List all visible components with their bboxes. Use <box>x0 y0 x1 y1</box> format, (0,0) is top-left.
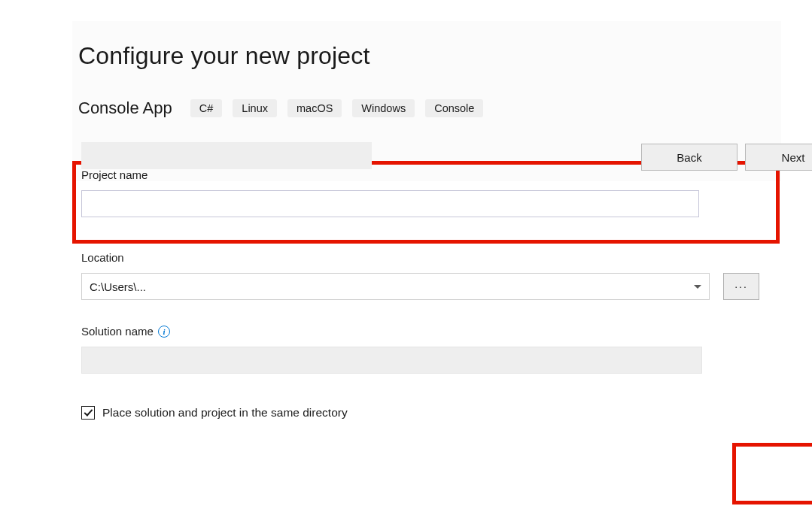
info-icon[interactable]: i <box>158 326 170 338</box>
configure-project-dialog: Configure your new project Console App C… <box>72 21 781 181</box>
chevron-down-icon <box>694 285 701 289</box>
back-button[interactable]: Back <box>641 144 737 171</box>
same-directory-label: Place solution and project in the same d… <box>102 406 348 420</box>
location-label: Location <box>81 251 771 264</box>
next-button[interactable]: Next <box>745 144 812 171</box>
project-name-field-group: Project name <box>81 168 771 217</box>
location-dropdown[interactable]: C:\Users\... <box>81 273 710 300</box>
navigation-buttons: Back Next <box>641 144 812 171</box>
same-directory-checkbox-row[interactable]: Place solution and project in the same d… <box>81 406 348 420</box>
checkmark-icon <box>84 407 93 416</box>
template-name: Console App <box>78 98 172 118</box>
tag-windows: Windows <box>352 99 415 117</box>
footer-status-bar <box>81 142 372 169</box>
tag-linux: Linux <box>233 99 277 117</box>
browse-button[interactable]: ... <box>723 273 759 300</box>
location-value: C:\Users\... <box>90 280 146 293</box>
project-name-input[interactable] <box>81 190 699 217</box>
tag-csharp: C# <box>190 99 223 117</box>
same-directory-checkbox[interactable] <box>81 406 95 420</box>
solution-name-field-group: Solution name i <box>81 325 771 374</box>
location-field-group: Location C:\Users\... ... <box>81 251 771 300</box>
tag-console: Console <box>425 99 483 117</box>
tag-macos: macOS <box>287 99 342 117</box>
highlight-next-button <box>732 443 812 504</box>
solution-name-input <box>81 347 702 374</box>
solution-name-label: Solution name i <box>81 325 771 338</box>
template-info-row: Console App C# Linux macOS Windows Conso… <box>78 98 781 118</box>
page-title: Configure your new project <box>78 42 781 70</box>
